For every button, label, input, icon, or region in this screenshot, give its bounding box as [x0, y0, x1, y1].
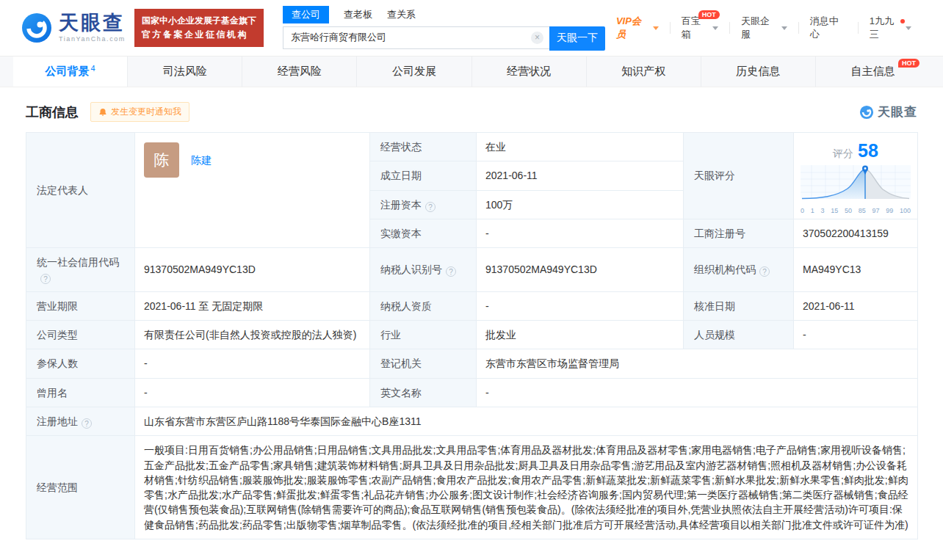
clear-search-icon[interactable]: ×	[531, 32, 543, 44]
search-input[interactable]	[283, 26, 549, 49]
field-value-former-name: -	[135, 378, 370, 407]
field-label-legal-rep: 法定代表人	[26, 133, 135, 248]
help-icon[interactable]: ?	[425, 202, 436, 212]
menu-item-message-center[interactable]: 消息中心	[798, 22, 858, 34]
enterprise-service-label: 天眼企服	[741, 15, 778, 41]
notify-on-change-button[interactable]: 发生变更时通知我	[90, 102, 189, 122]
search-tabs: 查公司 查老板 查关系	[283, 6, 605, 23]
page-title: 工商信息	[26, 103, 79, 121]
field-label-approval-date: 核准日期	[684, 291, 794, 320]
business-registration-table: 法定代表人 陈 陈建 经营状态 在业 天眼评分 评分58	[26, 132, 918, 539]
field-label-business-scope: 经营范围	[26, 436, 135, 539]
tab-label: 自主信息	[850, 65, 895, 79]
tab-operation-risk[interactable]: 经营风险	[242, 57, 356, 87]
axis-tick: 15	[831, 206, 838, 216]
tab-company-background[interactable]: 公司背景 4	[13, 57, 127, 87]
field-value-registry: 东营市东营区市场监督管理局	[477, 349, 918, 378]
help-icon[interactable]: ?	[446, 266, 456, 277]
help-icon[interactable]: ?	[759, 266, 770, 277]
logo-domain: TianYanCha.com	[59, 36, 126, 43]
field-value-industry: 批发业	[477, 321, 684, 349]
field-value-status: 在业	[477, 133, 684, 161]
gov-badge-line1: 国家中小企业发展子基金旗下	[142, 14, 256, 28]
watermark-text: 天眼查	[878, 103, 917, 120]
field-label-company-type: 公司类型	[26, 321, 135, 349]
avatar[interactable]: 陈	[144, 142, 179, 178]
field-value-org-code: MA949YC13	[794, 248, 918, 292]
axis-tick: 100	[900, 206, 911, 216]
field-label-insured-count: 参保人数	[26, 349, 135, 378]
field-label-business-term: 营业期限	[26, 291, 135, 320]
tab-operation-status[interactable]: 经营状况	[472, 57, 586, 87]
field-value-english-name: -	[477, 378, 918, 407]
notification-dot	[900, 19, 905, 23]
gov-certification-badge: 国家中小企业发展子基金旗下 官方备案企业征信机构	[134, 9, 264, 46]
field-value-taxpayer-quality: -	[477, 291, 684, 320]
field-label-reg-number: 工商注册号	[684, 219, 794, 247]
tianyancha-logo-icon	[21, 12, 53, 44]
chevron-down-icon	[906, 26, 911, 30]
axis-tick: 1	[811, 206, 814, 216]
field-value-insured-count: -	[135, 349, 370, 378]
help-icon[interactable]: ?	[40, 274, 51, 284]
business-info-section-head: 工商信息 发生变更时通知我 天眼查	[26, 102, 917, 122]
menu-item-username[interactable]: 1九九三	[858, 22, 922, 34]
field-label-credit-code: 统一社会信用代码?	[26, 248, 135, 292]
field-value-paid-capital: -	[477, 219, 684, 247]
tianyancha-logo[interactable]: 天眼查 TianYanCha.com	[21, 12, 126, 44]
menu-item-toolbox[interactable]: HOT 百宝箱	[670, 22, 729, 34]
tab-company-development[interactable]: 公司发展	[356, 57, 471, 87]
tab-label: 知识产权	[621, 65, 665, 79]
hot-badge: HOT	[898, 59, 919, 68]
field-label-staff-size: 人员规模	[684, 321, 794, 349]
axis-tick: 99	[886, 206, 893, 216]
tab-label: 经营状况	[507, 65, 551, 79]
field-value-reg-number: 370502200413159	[794, 219, 918, 247]
field-value-company-type: 有限责任公司(非自然人投资或控股的法人独资)	[135, 321, 370, 349]
tab-intellectual-property[interactable]: 知识产权	[586, 57, 701, 87]
search-tab-boss[interactable]: 查老板	[344, 6, 372, 23]
watermark-logo: 天眼查	[859, 103, 917, 120]
field-value-established: 2021-06-11	[477, 161, 684, 190]
field-label-taxpayer-quality: 纳税人资质	[370, 291, 477, 320]
score-chart-cell: 评分58	[794, 133, 918, 219]
field-value-taxpayer-id: 91370502MA949YC13D	[477, 248, 684, 292]
search-tab-relation[interactable]: 查关系	[387, 6, 416, 23]
tab-self-info[interactable]: 自主信息 HOT	[815, 57, 930, 87]
help-icon[interactable]: ?	[82, 418, 92, 429]
field-label-score: 天眼评分	[684, 133, 794, 219]
chevron-down-icon	[781, 26, 787, 30]
tab-label: 司法风险	[163, 65, 207, 79]
field-label-org-code: 组织机构代码?	[684, 248, 794, 292]
field-label-former-name: 曾用名	[26, 378, 135, 407]
field-label-text: 注册地址	[37, 415, 78, 427]
tab-label: 公司背景	[46, 65, 90, 79]
message-center-label: 消息中心	[810, 15, 847, 41]
tab-judicial-risk[interactable]: 司法风险	[127, 57, 242, 87]
search-tab-company[interactable]: 查公司	[283, 6, 329, 23]
legal-rep-link[interactable]: 陈建	[191, 153, 212, 167]
menu-item-vip[interactable]: VIP会员	[605, 22, 670, 34]
tab-label: 经营风险	[278, 65, 322, 79]
field-label-text: 纳税人识别号	[380, 263, 442, 275]
axis-tick: 0	[801, 206, 804, 216]
company-nav-tabs: 公司背景 4 司法风险 经营风险 公司发展 经营状况 知识产权 历史信息 自主信…	[0, 56, 943, 87]
field-label-text: 统一社会信用代码	[37, 256, 119, 268]
field-label-english-name: 英文名称	[370, 378, 477, 407]
score-value: 58	[858, 140, 878, 161]
field-label-industry: 行业	[370, 321, 477, 349]
notify-button-label: 发生变更时通知我	[111, 106, 181, 118]
axis-tick: 85	[859, 206, 866, 216]
search-button[interactable]: 天眼一下	[549, 26, 605, 51]
menu-item-enterprise-service[interactable]: 天眼企服	[729, 22, 798, 34]
field-label-address: 注册地址?	[26, 407, 135, 435]
header-menu: VIP会员 HOT 百宝箱 天眼企服 消息中心 1九九三	[605, 22, 922, 34]
legal-rep-cell: 陈 陈建	[135, 133, 370, 248]
axis-tick: 97	[872, 206, 879, 216]
tianyancha-logo-icon	[859, 105, 874, 120]
field-label-text: 组织机构代码	[694, 263, 756, 275]
tab-history-info[interactable]: 历史信息	[701, 57, 815, 87]
field-value-address: 山东省东营市东营区庐山路1188号华泰国际金融中心B座1311	[135, 407, 918, 435]
vip-label: VIP会员	[616, 15, 649, 41]
tab-label: 历史信息	[736, 65, 780, 79]
